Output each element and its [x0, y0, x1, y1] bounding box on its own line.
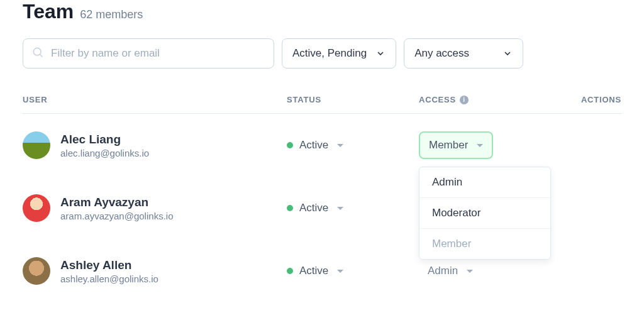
avatar — [23, 131, 50, 159]
status-label: Active — [299, 202, 328, 214]
search-icon — [31, 46, 44, 61]
access-dropdown-menu: Admin Moderator Member — [419, 167, 551, 260]
page-title: Team — [23, 0, 74, 23]
chevron-down-icon — [502, 48, 513, 58]
access-cell: Admin — [419, 258, 557, 284]
info-icon[interactable]: i — [460, 96, 469, 104]
status-label: Active — [299, 265, 328, 277]
caret-down-icon — [337, 207, 343, 210]
caret-down-icon — [337, 270, 343, 273]
access-filter-dropdown[interactable]: Any access — [404, 38, 523, 69]
user-email: aram.ayvazyan@golinks.io — [60, 211, 173, 221]
page-header: Team 62 members — [23, 0, 621, 23]
access-label: Admin — [428, 265, 458, 277]
status-label: Active — [299, 139, 328, 152]
user-name: Alec Liang — [60, 133, 149, 146]
status-dot-icon — [287, 205, 293, 211]
access-option-member[interactable]: Member — [419, 229, 550, 259]
user-cell: Ashley Allen ashley.allen@golinks.io — [23, 257, 287, 285]
search-input[interactable] — [23, 38, 274, 69]
column-actions: ACTIONS — [557, 95, 621, 104]
user-name: Aram Ayvazyan — [60, 196, 173, 209]
table-row: Alec Liang alec.liang@golinks.io Active … — [23, 114, 621, 177]
svg-point-0 — [33, 48, 41, 55]
access-option-admin[interactable]: Admin — [419, 167, 550, 198]
avatar — [23, 257, 50, 285]
status-filter-dropdown[interactable]: Active, Pending — [282, 38, 396, 69]
caret-down-icon — [477, 144, 483, 147]
status-dropdown[interactable]: Active — [287, 265, 419, 277]
table-header: USER STATUS ACCESS i ACTIONS — [23, 86, 621, 114]
user-email: alec.liang@golinks.io — [60, 148, 149, 158]
access-dropdown[interactable]: Member — [419, 131, 493, 159]
member-count: 62 members — [80, 8, 143, 21]
status-dot-icon — [287, 268, 293, 274]
column-status: STATUS — [287, 95, 419, 104]
status-dropdown[interactable]: Active — [287, 139, 419, 152]
access-label: Member — [429, 139, 468, 152]
avatar — [23, 194, 50, 222]
access-option-moderator[interactable]: Moderator — [419, 198, 550, 229]
column-access-label: ACCESS — [419, 95, 456, 104]
access-cell: Member Admin Moderator Member — [419, 131, 557, 159]
user-cell: Aram Ayvazyan aram.ayvazyan@golinks.io — [23, 194, 287, 222]
column-access: ACCESS i — [419, 95, 557, 104]
caret-down-icon — [467, 270, 473, 273]
user-name: Ashley Allen — [60, 258, 158, 272]
svg-line-1 — [40, 55, 43, 57]
caret-down-icon — [337, 144, 343, 147]
search-wrap — [23, 38, 274, 69]
access-filter-label: Any access — [414, 47, 469, 60]
user-email: ashley.allen@golinks.io — [60, 273, 158, 284]
access-dropdown[interactable]: Admin — [419, 258, 482, 284]
status-dot-icon — [287, 142, 293, 148]
filter-bar: Active, Pending Any access — [23, 38, 621, 69]
column-user: USER — [23, 95, 287, 104]
chevron-down-icon — [375, 48, 386, 58]
status-dropdown[interactable]: Active — [287, 202, 419, 214]
status-filter-label: Active, Pending — [292, 47, 367, 60]
user-cell: Alec Liang alec.liang@golinks.io — [23, 131, 287, 159]
